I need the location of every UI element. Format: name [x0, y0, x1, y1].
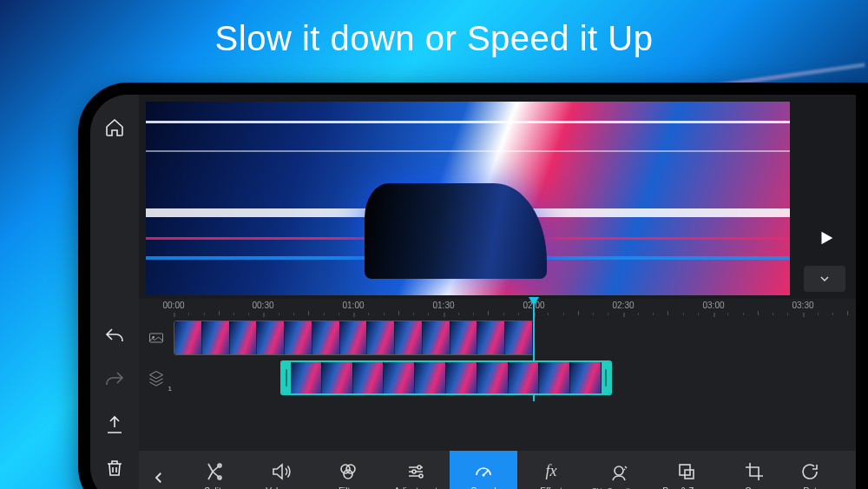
tool-skin-smoothener[interactable]: Skin Smoothener	[585, 451, 653, 489]
timeline-ruler[interactable]: 00:00 00:30 01:00 01:30 02:00 02:30 03:0…	[139, 299, 856, 318]
main-area: 00:00 00:30 01:00 01:30 02:00 02:30 03:0…	[139, 95, 856, 489]
tool-label: Adjustment	[394, 486, 437, 490]
undo-icon	[104, 327, 125, 348]
tool-effect[interactable]: fx Effect	[517, 451, 585, 489]
tool-filter[interactable]: Filter	[314, 451, 382, 489]
play-button[interactable]	[806, 217, 847, 259]
fx-icon: fx	[546, 462, 557, 480]
media-track-icon	[148, 329, 165, 347]
track1-icon-slot	[139, 318, 174, 358]
phone-frame: 00:00 00:30 01:00 01:30 02:00 02:30 03:0…	[78, 83, 868, 489]
toolstrip-back-button[interactable]	[139, 451, 179, 489]
crop-icon	[744, 461, 765, 482]
undo-button[interactable]	[99, 322, 130, 354]
tool-pan-zoom[interactable]: Pan & Zoom	[653, 451, 720, 489]
tool-volume[interactable]: Volume	[247, 451, 314, 489]
track2-icon-slot: 1	[139, 358, 174, 398]
video-clip-1[interactable]	[174, 320, 534, 355]
video-preview[interactable]	[146, 102, 790, 295]
edit-toolstrip: Split Volume Filter Adjustment	[139, 451, 856, 489]
tool-crop[interactable]: Crop	[720, 451, 788, 489]
video-clip-2-selected[interactable]	[280, 360, 612, 395]
ruler-mark: 01:30	[432, 301, 454, 310]
trash-icon	[104, 458, 125, 479]
delete-button[interactable]	[99, 453, 130, 484]
svg-point-7	[418, 466, 421, 469]
tool-label: Split	[204, 486, 220, 490]
tool-label: Crop	[745, 486, 764, 490]
chevron-left-icon	[151, 470, 167, 486]
skin-icon	[608, 462, 629, 483]
ruler-mark: 03:30	[792, 301, 813, 310]
tool-rotate[interactable]: Rot	[788, 451, 832, 489]
tool-label: Rot	[803, 486, 817, 490]
chevron-down-icon	[818, 272, 832, 286]
tool-label: Pan & Zoom	[662, 486, 711, 490]
export-icon	[104, 414, 125, 435]
video-track-2[interactable]: 1	[139, 358, 856, 398]
home-button[interactable]	[99, 112, 130, 143]
preview-controls	[797, 95, 856, 299]
track-count-badge: 1	[168, 385, 172, 393]
left-toolbar	[90, 95, 139, 489]
play-icon	[817, 228, 836, 248]
tool-adjustment[interactable]: Adjustment	[382, 451, 450, 489]
svg-point-6	[344, 470, 352, 479]
tool-speed[interactable]: Speed	[450, 451, 517, 489]
export-button[interactable]	[99, 409, 130, 440]
tool-label: Speed	[471, 486, 496, 490]
ruler-mark: 03:00	[702, 301, 724, 310]
svg-rect-13	[685, 470, 694, 479]
filter-icon	[338, 461, 358, 482]
video-track-1[interactable]	[139, 318, 856, 358]
ruler-mark: 02:30	[612, 301, 634, 310]
svg-point-10	[483, 473, 485, 476]
app-screen: 00:00 00:30 01:00 01:30 02:00 02:30 03:0…	[90, 95, 856, 489]
toolstrip-scroll[interactable]: Split Volume Filter Adjustment	[179, 451, 856, 489]
tool-label: Volume	[266, 486, 294, 490]
home-icon	[104, 117, 125, 138]
ruler-mark: 01:00	[342, 301, 364, 310]
redo-button[interactable]	[99, 366, 130, 397]
tool-label: Filter	[339, 486, 358, 490]
split-icon	[202, 461, 223, 482]
volume-icon	[270, 461, 291, 482]
svg-rect-0	[150, 334, 163, 342]
ruler-mark: 00:30	[252, 301, 273, 310]
clip-right-handle[interactable]	[602, 362, 610, 393]
speed-icon	[473, 461, 494, 482]
svg-point-5	[346, 465, 355, 473]
tool-label: Effect	[540, 486, 562, 490]
ruler-mark: 00:00	[162, 301, 184, 310]
preview-collapse-button[interactable]	[804, 266, 845, 292]
clip-left-handle[interactable]	[282, 362, 291, 393]
svg-point-8	[412, 470, 416, 473]
timeline: 00:00 00:30 01:00 01:30 02:00 02:30 03:0…	[139, 299, 856, 451]
rotate-icon	[799, 461, 820, 482]
tool-split[interactable]: Split	[179, 451, 247, 489]
ruler-mark: 02:00	[523, 301, 544, 310]
svg-point-1	[152, 336, 155, 339]
redo-icon	[104, 371, 125, 392]
svg-point-9	[419, 474, 423, 478]
headline-text: Slow it down or Speed it Up	[0, 19, 868, 58]
svg-point-11	[615, 466, 623, 475]
layers-track-icon	[148, 369, 165, 387]
pan-zoom-icon	[676, 461, 697, 482]
adjustment-icon	[405, 461, 426, 482]
